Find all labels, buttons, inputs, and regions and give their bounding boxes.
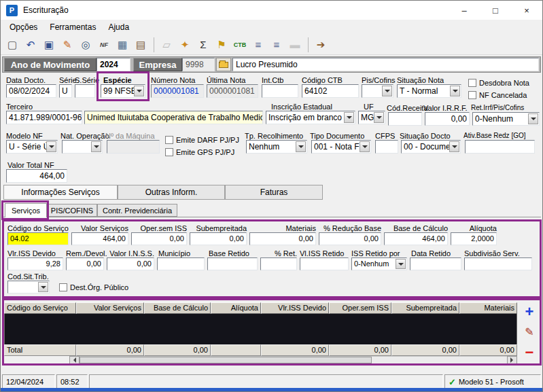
chevron-down-icon[interactable] — [134, 86, 144, 96]
perc-ret-field[interactable] — [260, 257, 297, 270]
checkbox-icon[interactable] — [165, 136, 173, 144]
emite-gps-checkbox[interactable]: Emite GPS PJ/PJ — [165, 148, 234, 156]
undo-icon[interactable]: ↶ — [22, 36, 39, 54]
card-icon[interactable]: ▦ — [113, 36, 131, 54]
cfps-field[interactable] — [375, 140, 398, 154]
chevron-down-icon[interactable] — [449, 141, 459, 152]
iss-retido-por-select[interactable]: 0-Nenhum — [351, 257, 407, 270]
edit-row-button[interactable]: ✎ — [525, 325, 533, 339]
ledger-icon[interactable]: ▤ — [132, 36, 150, 54]
add-row-button[interactable]: + — [525, 304, 534, 320]
close-button[interactable]: × — [511, 1, 542, 20]
minimize-button[interactable]: – — [449, 1, 480, 20]
sum-icon[interactable]: Σ — [194, 36, 212, 54]
tab-outras-inform[interactable]: Outras Inform. — [118, 185, 225, 200]
chevron-down-icon[interactable] — [344, 112, 354, 123]
nf-icon[interactable]: NF — [95, 36, 113, 54]
new-document-icon[interactable]: ▢ — [3, 36, 21, 54]
subtab-servicos[interactable]: Serviços — [5, 203, 47, 217]
tab-faturas[interactable]: Faturas — [225, 185, 323, 200]
save-icon[interactable]: ▣ — [40, 36, 58, 54]
subempreitada-field[interactable]: 0,00 — [190, 232, 247, 245]
menu-opcoes[interactable]: Opções — [3, 21, 43, 33]
ano-movimento-field[interactable]: 2024 — [97, 58, 130, 71]
scroll-left-button[interactable] — [69, 356, 80, 364]
subtab-pis-cofins[interactable]: PIS/COFINS — [47, 204, 97, 217]
maximize-button[interactable]: □ — [480, 1, 511, 20]
terceiro-cnpj-field[interactable]: 41.871.989/0001-96 — [6, 111, 82, 124]
oper-sem-iss-field[interactable]: 0,00 — [131, 232, 187, 245]
chevron-down-icon[interactable] — [528, 113, 538, 124]
perc-reducao-base-field[interactable]: 0,00 — [319, 232, 381, 245]
ativ-base-redz-field[interactable] — [465, 140, 535, 154]
tab-informacoes-servicos[interactable]: Informações Serviços — [3, 185, 118, 200]
codigo-servico-field[interactable]: 04.02 — [7, 232, 69, 245]
rem-devol-field[interactable]: 0,00 — [66, 257, 104, 270]
desdobra-nota-checkbox[interactable]: Desdobra Nota — [468, 79, 529, 87]
numero-nota-field[interactable]: 0000001081 — [151, 84, 204, 98]
tp-recolhimento-select[interactable]: Nenhum — [246, 140, 307, 154]
ctb-globe-icon[interactable]: CTB — [231, 36, 249, 54]
pis-cofins-select[interactable] — [362, 84, 393, 98]
codigo-ctb-field[interactable]: 64102 — [302, 84, 359, 98]
data-retido-field[interactable] — [410, 257, 461, 270]
chevron-down-icon[interactable] — [360, 141, 370, 152]
especie-select[interactable]: 99 NFSE — [101, 84, 145, 98]
subtab-contr-previdenciaria[interactable]: Contr. Previdenciária — [97, 204, 177, 217]
stamp-icon[interactable]: ✎ — [58, 36, 76, 54]
valor-servicos-field[interactable]: 464,00 — [71, 232, 128, 245]
aliquota-field[interactable]: 2,0000 — [451, 232, 497, 245]
valor-total-nf-field[interactable]: 464,00 — [6, 169, 67, 183]
emite-darf-checkbox[interactable]: Emite DARF PJ/PJ — [165, 136, 239, 144]
base-retido-field[interactable] — [207, 257, 258, 270]
checkbox-icon[interactable] — [468, 79, 476, 87]
tipo-documento-select[interactable]: 001 - Nota F — [311, 140, 371, 154]
vl-iss-retido-field[interactable] — [300, 257, 349, 270]
chevron-down-icon[interactable] — [46, 141, 56, 152]
int-ctb-field[interactable] — [262, 84, 298, 98]
data-docto-field[interactable]: 08/02/2024 — [6, 84, 56, 98]
subdivisao-serv-field[interactable] — [464, 257, 532, 270]
base-calculo-field[interactable]: 464,00 — [384, 232, 448, 245]
chevron-down-icon[interactable] — [396, 259, 406, 269]
terceiro-nome-field[interactable]: Unimed Ituiutaba Cooperativa de Trabalho… — [84, 111, 263, 124]
horizontal-scrollbar[interactable] — [4, 356, 517, 364]
cod-sit-trib-select[interactable] — [7, 281, 50, 293]
chevron-down-icon[interactable] — [450, 86, 460, 96]
chevron-down-icon[interactable] — [296, 141, 306, 152]
preview-icon[interactable]: ◎ — [77, 36, 94, 54]
scrollbar-thumb[interactable] — [80, 357, 372, 363]
copy-icon[interactable]: ▱ — [158, 36, 175, 54]
nat-operacao-select[interactable] — [62, 140, 103, 154]
eraser-icon[interactable]: ▬ — [286, 36, 304, 54]
uf-select[interactable]: MG — [358, 111, 385, 124]
serie-field[interactable]: U — [59, 84, 72, 98]
menu-ferramentas[interactable]: Ferramentas — [43, 21, 102, 33]
s-serie-field[interactable] — [75, 84, 95, 98]
list-2-icon[interactable]: ≡ — [268, 36, 285, 54]
situacao-docto-select[interactable]: 00 - Documer — [401, 140, 461, 154]
checkbox-icon[interactable] — [468, 91, 476, 99]
scroll-right-button[interactable] — [507, 356, 517, 364]
dest-org-publico-checkbox[interactable]: Dest.Órg. Público — [59, 283, 128, 291]
scrollbar-track[interactable] — [80, 356, 507, 364]
materiais-field[interactable]: 0,00 — [249, 232, 316, 245]
remove-row-button[interactable]: − — [525, 344, 534, 361]
chevron-down-icon[interactable] — [382, 86, 392, 96]
checkbox-icon[interactable] — [59, 283, 67, 291]
chevron-down-icon[interactable] — [38, 282, 48, 292]
vlr-iss-devido-field[interactable]: 9,28 — [7, 257, 63, 270]
valor-inss-field[interactable]: 0,00 — [107, 257, 154, 270]
exit-icon[interactable]: ➔ — [312, 36, 330, 54]
menu-ajuda[interactable]: Ajuda — [102, 21, 135, 33]
nf-cancelada-checkbox[interactable]: NF Cancelada — [468, 91, 527, 99]
bell-icon[interactable]: ⚑ — [213, 36, 230, 54]
checkbox-icon[interactable] — [165, 148, 173, 156]
chevron-down-icon[interactable] — [91, 141, 101, 152]
inscricao-estadual-select[interactable]: Inscrição em branco — [266, 111, 355, 124]
cod-receita-field[interactable] — [388, 112, 422, 126]
modelo-nf-select[interactable]: U - Série Úni — [6, 140, 58, 154]
situacao-nota-select[interactable]: T - Normal — [397, 84, 461, 98]
chevron-down-icon[interactable] — [374, 112, 384, 123]
open-company-button[interactable] — [216, 58, 231, 71]
